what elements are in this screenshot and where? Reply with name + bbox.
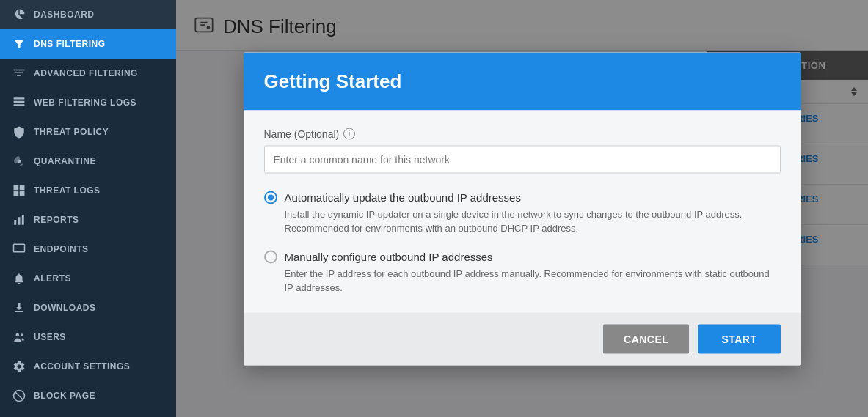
auto-update-label: Automatically update the outbound IP add… xyxy=(285,191,521,204)
svg-rect-1 xyxy=(15,73,23,74)
auto-update-radio[interactable] xyxy=(264,191,277,204)
manual-config-label: Manually configure outbound IP addresses xyxy=(285,251,493,263)
sidebar-item-dashboard[interactable]: DASHBOARD xyxy=(0,0,176,29)
svg-rect-11 xyxy=(14,220,16,225)
svg-rect-3 xyxy=(14,97,25,99)
sidebar-item-quarantine-label: QUARANTINE xyxy=(34,156,96,166)
sidebar-item-quarantine[interactable]: QUARANTINE xyxy=(0,147,176,176)
getting-started-modal: Getting Started Name (Optional) i Automa… xyxy=(244,52,801,365)
sidebar-item-users-label: USERS xyxy=(34,332,66,342)
auto-update-description: Install the dynamic IP updater on a sing… xyxy=(285,207,781,235)
info-icon[interactable]: i xyxy=(343,128,355,139)
sidebar-item-dns-filtering-label: DNS FILTERING xyxy=(34,39,106,49)
name-field-label: Name (Optional) i xyxy=(264,128,781,139)
start-button[interactable]: START xyxy=(698,324,780,353)
sidebar-item-dashboard-label: DASHBOARD xyxy=(34,10,95,20)
endpoints-icon xyxy=(12,242,26,257)
sidebar-item-alerts[interactable]: ALERTS xyxy=(0,264,176,293)
sidebar-item-endpoints-label: ENDPOINTS xyxy=(34,244,89,254)
grid-icon xyxy=(12,183,26,198)
sidebar-item-reports[interactable]: REPORTS xyxy=(0,205,176,235)
svg-rect-12 xyxy=(18,217,21,225)
sidebar-item-advanced-filtering[interactable]: ADVANCED FILTERING xyxy=(0,59,176,88)
sidebar-item-users[interactable]: USERS xyxy=(0,322,176,352)
sidebar-item-threat-logs-label: THREAT LOGS xyxy=(34,185,101,196)
modal-title: Getting Started xyxy=(264,70,781,92)
svg-rect-14 xyxy=(14,244,25,252)
manual-config-radio[interactable] xyxy=(264,250,277,263)
modal-body: Name (Optional) i Automatically update t… xyxy=(244,110,801,312)
block-icon xyxy=(12,388,26,403)
sidebar-item-web-filtering-logs-label: WEB FILTERING LOGS xyxy=(34,97,136,108)
advanced-filter-icon xyxy=(12,66,26,81)
auto-update-label-row[interactable]: Automatically update the outbound IP add… xyxy=(264,191,781,204)
svg-rect-4 xyxy=(14,101,25,103)
svg-rect-13 xyxy=(22,215,24,225)
sidebar-item-downloads[interactable]: DOWNLOADS xyxy=(0,293,176,322)
sidebar-item-account-settings-label: ACCOUNT SETTINGS xyxy=(34,361,130,372)
svg-rect-10 xyxy=(20,191,25,196)
sidebar-item-threat-policy-label: THREAT POLICY xyxy=(34,127,109,137)
sidebar-item-block-page[interactable]: BLOCK PAGE xyxy=(0,381,176,410)
shield-icon xyxy=(12,125,26,139)
modal-footer: CANCEL START xyxy=(244,312,801,365)
svg-rect-7 xyxy=(14,185,19,191)
svg-rect-0 xyxy=(14,70,25,71)
svg-rect-2 xyxy=(17,75,21,76)
sidebar-item-alerts-label: ALERTS xyxy=(34,273,71,284)
manual-config-label-row[interactable]: Manually configure outbound IP addresses xyxy=(264,250,781,263)
filter-icon xyxy=(12,37,26,51)
svg-rect-8 xyxy=(20,185,25,191)
cancel-button[interactable]: CANCEL xyxy=(603,324,689,353)
users-icon xyxy=(12,330,26,344)
svg-point-16 xyxy=(21,333,23,336)
bar-chart-icon xyxy=(12,213,26,227)
sidebar-item-advanced-filtering-label: ADVANCED FILTERING xyxy=(34,68,138,78)
svg-rect-5 xyxy=(14,104,25,106)
sidebar-item-threat-policy[interactable]: THREAT POLICY xyxy=(0,117,176,147)
sidebar-item-dns-filtering[interactable]: DNS FILTERING xyxy=(0,29,176,59)
logs-icon xyxy=(12,95,26,110)
manual-config-option: Manually configure outbound IP addresses… xyxy=(264,250,781,295)
sidebar-item-endpoints[interactable]: ENDPOINTS xyxy=(0,235,176,264)
chart-pie-icon xyxy=(12,7,26,22)
auto-update-option: Automatically update the outbound IP add… xyxy=(264,191,781,235)
settings-icon xyxy=(12,359,26,374)
sidebar-item-account-settings[interactable]: ACCOUNT SETTINGS xyxy=(0,352,176,381)
sidebar-item-threat-logs[interactable]: THREAT LOGS xyxy=(0,176,176,205)
modal-header: Getting Started xyxy=(244,52,801,110)
bell-icon xyxy=(12,271,26,286)
sidebar-item-downloads-label: DOWNLOADS xyxy=(34,303,96,313)
ip-mode-radio-group: Automatically update the outbound IP add… xyxy=(264,191,781,295)
svg-point-15 xyxy=(16,333,20,337)
biohazard-icon xyxy=(12,154,26,169)
sidebar-item-block-page-label: BLOCK PAGE xyxy=(34,391,95,401)
download-icon xyxy=(12,300,26,315)
sidebar-item-reports-label: REPORTS xyxy=(34,215,79,225)
sidebar-item-web-filtering-logs[interactable]: WEB FILTERING LOGS xyxy=(0,88,176,117)
manual-config-description: Enter the IP address for each outbound I… xyxy=(285,266,781,295)
sidebar: DASHBOARD DNS FILTERING ADVANCED FILTERI… xyxy=(0,0,176,417)
svg-rect-9 xyxy=(14,191,19,196)
network-name-input[interactable] xyxy=(264,145,781,173)
main-content: DNS Filtering (Low, Medium, and High req… xyxy=(176,0,868,417)
